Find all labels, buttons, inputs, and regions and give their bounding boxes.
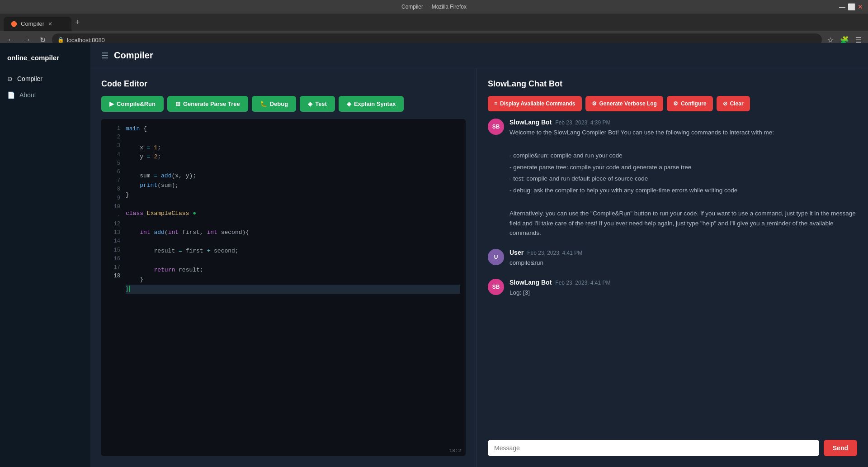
- about-icon: 📄: [7, 91, 15, 99]
- chat-messages: SB SlowLang Bot Feb 23, 2023, 4:39 PM We…: [488, 119, 857, 433]
- message-text-1: Welcome to the SlowLang Compiler Bot! Yo…: [509, 128, 857, 238]
- compiler-icon: ⊙: [7, 75, 13, 82]
- split-pane: Code Editor ▶ Compile&Run ⊞ Generate Par…: [90, 68, 868, 467]
- configure-button[interactable]: ⚙ Configure: [667, 96, 713, 111]
- test-label: Test: [315, 100, 327, 107]
- message-body-3: SlowLang Bot Feb 23, 2023, 4:41 PM Log: …: [509, 279, 857, 300]
- maximize-button[interactable]: ⬜: [848, 4, 854, 10]
- sidebar: online_compiler ⊙ Compiler 📄 About: [0, 43, 90, 467]
- test-button[interactable]: ◈ Test: [300, 96, 335, 112]
- display-commands-button[interactable]: ≡ Display Available Commands: [488, 96, 582, 111]
- browser-chrome: Compiler — Mozilla Firefox — ⬜ ✕ Compile…: [0, 0, 868, 43]
- tab-label: Compiler: [21, 20, 44, 27]
- clear-label: Clear: [730, 100, 744, 107]
- compile-run-button[interactable]: ▶ Compile&Run: [101, 96, 164, 112]
- parse-tree-label: Generate Parse Tree: [183, 100, 240, 107]
- message-body-2: User Feb 23, 2023, 4:41 PM compile&run: [509, 249, 857, 270]
- tab-bar: Compiler ✕ +: [0, 14, 868, 31]
- user-avatar: U: [488, 249, 504, 265]
- message-time-1: Feb 23, 2023, 4:39 PM: [555, 119, 610, 126]
- tab-close-icon[interactable]: ✕: [48, 21, 52, 27]
- sidebar-item-about-label: About: [19, 91, 36, 99]
- message-author-1: SlowLang Bot: [509, 119, 552, 126]
- verbose-log-button[interactable]: ⚙ Generate Verbose Log: [585, 96, 663, 111]
- verbose-log-label: Generate Verbose Log: [599, 100, 657, 107]
- debug-label: Debug: [270, 100, 288, 107]
- explain-label: Explain Syntax: [354, 100, 396, 107]
- explain-syntax-button[interactable]: ◈ Explain Syntax: [339, 96, 404, 112]
- sidebar-item-about[interactable]: 📄 About: [0, 87, 90, 103]
- display-commands-icon: ≡: [494, 100, 497, 107]
- sidebar-brand: online_compiler: [0, 50, 90, 71]
- message-header-1: SlowLang Bot Feb 23, 2023, 4:39 PM: [509, 119, 857, 126]
- display-commands-label: Display Available Commands: [500, 100, 576, 107]
- app-layout: online_compiler ⊙ Compiler 📄 About ☰ Com…: [0, 43, 868, 467]
- page-title: Compiler: [114, 50, 153, 61]
- code-editor[interactable]: 12345 678910 -12131415 161718 main { x =…: [101, 119, 466, 456]
- debug-icon: 🐛: [260, 100, 267, 107]
- title-bar: Compiler — Mozilla Firefox — ⬜ ✕: [0, 0, 868, 14]
- message-header-3: SlowLang Bot Feb 23, 2023, 4:41 PM: [509, 279, 857, 286]
- send-button[interactable]: Send: [824, 440, 857, 456]
- browser-tab[interactable]: Compiler ✕: [4, 17, 71, 31]
- chat-title: SlowLang Chat Bot: [488, 79, 857, 89]
- clear-button[interactable]: ⊘ Clear: [717, 96, 750, 111]
- message-text-2: compile&run: [509, 258, 857, 268]
- configure-icon: ⚙: [673, 100, 678, 107]
- message-body-1: SlowLang Bot Feb 23, 2023, 4:39 PM Welco…: [509, 119, 857, 240]
- message-author-2: User: [509, 249, 524, 256]
- main-header: ☰ Compiler: [90, 43, 868, 68]
- window-controls: — ⬜ ✕: [839, 4, 863, 10]
- chat-toolbar: ≡ Display Available Commands ⚙ Generate …: [488, 96, 857, 111]
- message-author-3: SlowLang Bot: [509, 279, 552, 286]
- compile-run-icon: ▶: [109, 100, 114, 107]
- code-panel: Code Editor ▶ Compile&Run ⊞ Generate Par…: [90, 68, 477, 467]
- message-text-3: Log: [3]: [509, 288, 857, 298]
- minimize-button[interactable]: —: [839, 4, 845, 10]
- sidebar-item-compiler-label: Compiler: [17, 75, 42, 82]
- bot-avatar-1: SB: [488, 119, 504, 135]
- message-input[interactable]: [488, 440, 819, 456]
- message-time-2: Feb 23, 2023, 4:41 PM: [527, 250, 582, 256]
- message-3: SB SlowLang Bot Feb 23, 2023, 4:41 PM Lo…: [488, 279, 857, 300]
- chat-panel: SlowLang Chat Bot ≡ Display Available Co…: [477, 68, 868, 467]
- sidebar-item-compiler[interactable]: ⊙ Compiler: [0, 71, 90, 87]
- line-numbers: 12345 678910 -12131415 161718: [101, 119, 124, 456]
- address-text: localhost:8080: [67, 37, 105, 43]
- explain-icon: ◈: [347, 100, 351, 107]
- configure-label: Configure: [681, 100, 707, 107]
- bot-avatar-2: SB: [488, 279, 504, 295]
- message-2: U User Feb 23, 2023, 4:41 PM compile&run: [488, 249, 857, 270]
- code-editor-title: Code Editor: [101, 79, 466, 89]
- debug-button[interactable]: 🐛 Debug: [252, 96, 296, 112]
- message-header-2: User Feb 23, 2023, 4:41 PM: [509, 249, 857, 256]
- compile-run-label: Compile&Run: [117, 100, 156, 107]
- verbose-log-icon: ⚙: [592, 100, 597, 107]
- hamburger-icon[interactable]: ☰: [101, 51, 108, 61]
- code-toolbar: ▶ Compile&Run ⊞ Generate Parse Tree 🐛 De…: [101, 96, 466, 112]
- parse-tree-icon: ⊞: [175, 100, 180, 107]
- message-1: SB SlowLang Bot Feb 23, 2023, 4:39 PM We…: [488, 119, 857, 240]
- new-tab-button[interactable]: +: [71, 16, 84, 29]
- code-content[interactable]: main { x = 1; y = 2; sum = add(x, y); pr…: [124, 119, 466, 456]
- main-content: ☰ Compiler Code Editor ▶ Compile&Run ⊞ G…: [90, 43, 868, 467]
- test-icon: ◈: [308, 100, 312, 107]
- parse-tree-button[interactable]: ⊞ Generate Parse Tree: [167, 96, 248, 112]
- message-time-3: Feb 23, 2023, 4:41 PM: [555, 280, 610, 286]
- chat-input-row: Send: [488, 440, 857, 456]
- window-title: Compiler — Mozilla Firefox: [401, 4, 467, 10]
- clear-icon: ⊘: [723, 100, 727, 107]
- close-button[interactable]: ✕: [857, 4, 863, 10]
- cursor-position: 18:2: [449, 448, 461, 453]
